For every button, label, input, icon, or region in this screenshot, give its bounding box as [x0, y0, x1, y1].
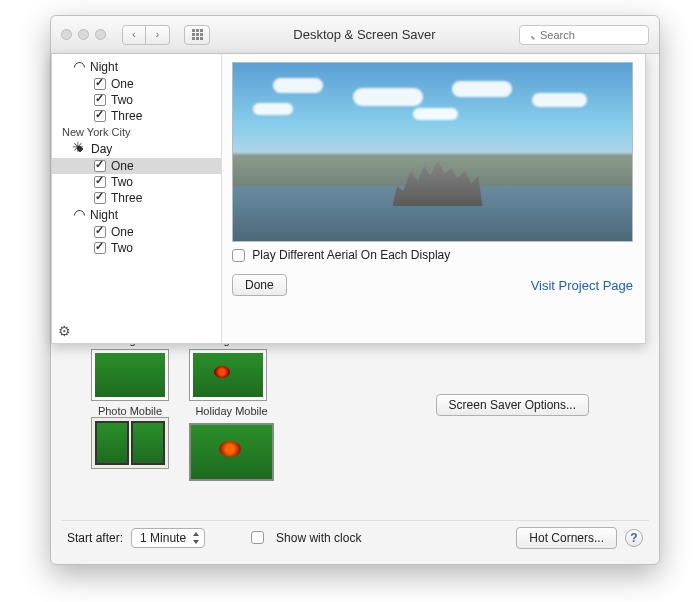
screensaver-options-button[interactable]: Screen Saver Options... [436, 394, 589, 416]
checkbox-icon [94, 110, 106, 122]
show-with-clock-label: Show with clock [276, 531, 361, 545]
thumb-sliding-panels[interactable]: Sliding Panels Holiday Mobile [189, 334, 274, 481]
screensaver-lower-area: Shifting Tiles Photo Mobile Sliding Pane… [61, 334, 649, 554]
play-different-checkbox[interactable] [232, 249, 245, 262]
sidebar-item[interactable]: One [52, 224, 221, 240]
thumb-shifting-tiles[interactable]: Shifting Tiles Photo Mobile [91, 334, 169, 481]
sidebar-item[interactable]: Three [52, 108, 221, 124]
search-input[interactable] [519, 25, 649, 45]
show-with-clock-checkbox[interactable] [251, 531, 264, 544]
aerial-preview-image [232, 62, 633, 242]
show-all-button[interactable] [184, 25, 210, 45]
prefs-window: ‹ › Desktop & Screen Saver Shifting Tile… [50, 15, 660, 565]
traffic-lights [61, 29, 106, 40]
sidebar-item[interactable]: Two [52, 92, 221, 108]
grid-icon [192, 29, 203, 40]
gear-icon[interactable]: ⚙ [58, 323, 71, 339]
help-button[interactable]: ? [625, 529, 643, 547]
sun-icon [74, 143, 86, 155]
titlebar: ‹ › Desktop & Screen Saver [51, 16, 659, 54]
start-after-label: Start after: [67, 531, 123, 545]
aerial-preview-area: Play Different Aerial On Each Display Do… [232, 62, 633, 296]
sidebar-group-nyc: New York City [52, 124, 221, 140]
minimize-window-button[interactable] [78, 29, 89, 40]
aerial-config-sheet: Night One Two Three New York City Day On… [51, 54, 646, 344]
checkbox-icon [94, 176, 106, 188]
checkbox-icon [94, 192, 106, 204]
sidebar-item[interactable]: Two [52, 240, 221, 256]
checkbox-icon [94, 242, 106, 254]
thumb-label: Photo Mobile [91, 405, 169, 417]
window-title: Desktop & Screen Saver [218, 27, 511, 42]
sidebar-subheader-night[interactable]: Night [52, 58, 221, 76]
sidebar-subheader-day[interactable]: Day [52, 140, 221, 158]
window-body: Shifting Tiles Photo Mobile Sliding Pane… [51, 54, 659, 564]
checkbox-icon [94, 94, 106, 106]
sidebar-item[interactable]: Three [52, 190, 221, 206]
nav-segment: ‹ › [122, 25, 170, 45]
close-window-button[interactable] [61, 29, 72, 40]
sidebar-item[interactable]: Two [52, 174, 221, 190]
moon-icon [72, 59, 88, 75]
aerial-sidebar: Night One Two Three New York City Day On… [52, 54, 222, 343]
done-button[interactable]: Done [232, 274, 287, 296]
forward-button[interactable]: › [146, 25, 170, 45]
sidebar-item[interactable]: One [52, 76, 221, 92]
sidebar-subheader-night[interactable]: Night [52, 206, 221, 224]
sidebar-item-selected[interactable]: One [52, 158, 221, 174]
moon-icon [72, 207, 88, 223]
play-different-label: Play Different Aerial On Each Display [252, 248, 450, 262]
thumb-label: Holiday Mobile [189, 405, 274, 417]
search-wrap [519, 25, 649, 45]
checkbox-icon [94, 226, 106, 238]
bottom-bar: Start after: 1 Minute Show with clock Ho… [61, 520, 649, 554]
back-button[interactable]: ‹ [122, 25, 146, 45]
select-value: 1 Minute [140, 531, 186, 545]
checkbox-icon [94, 78, 106, 90]
start-after-select[interactable]: 1 Minute [131, 528, 205, 548]
hot-corners-button[interactable]: Hot Corners... [516, 527, 617, 549]
visit-project-link[interactable]: Visit Project Page [531, 278, 633, 293]
zoom-window-button[interactable] [95, 29, 106, 40]
checkbox-icon [94, 160, 106, 172]
